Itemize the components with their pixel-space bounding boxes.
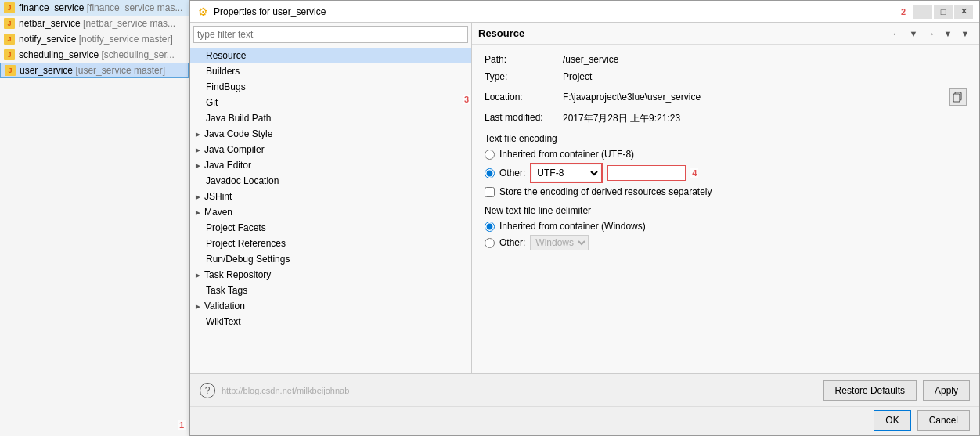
nav-item-label: Resource — [206, 50, 246, 61]
expand-arrow-icon: ► — [193, 145, 203, 154]
nav-item-label: Validation — [204, 301, 245, 312]
path-value: /user_service — [563, 54, 618, 65]
nav-item-java-editor[interactable]: ► Java Editor — [190, 157, 471, 173]
nav-item-builders[interactable]: Builders — [190, 63, 471, 79]
copy-location-button[interactable] — [949, 88, 967, 106]
nav-panel: Resource Builders FindBugs Git Java Buil… — [190, 23, 472, 373]
encoding-text-input[interactable] — [607, 165, 686, 181]
windows-delimiter-select[interactable]: Windows Unix Mac — [530, 235, 589, 250]
nav-item-project-facets[interactable]: Project Facets — [190, 220, 471, 236]
expand-arrow-icon: ► — [193, 192, 203, 201]
nav-item-java-code-style[interactable]: ► Java Code Style — [190, 126, 471, 142]
nav-item-label: Builders — [206, 66, 240, 77]
derived-encoding-checkbox[interactable] — [485, 187, 495, 197]
inherited-encoding-label: Inherited from container (UTF-8) — [499, 149, 634, 160]
restore-defaults-button[interactable]: Restore Defaults — [823, 380, 917, 401]
type-field-row: Type: Project — [485, 71, 967, 82]
nav-item-label: Java Build Path — [206, 113, 271, 124]
sidebar-item-finance[interactable]: finance_service [finance_service mas... — [0, 0, 189, 16]
nav-item-task-repository[interactable]: ► Task Repository — [190, 267, 471, 283]
project-icon — [3, 33, 16, 45]
derived-encoding-checkbox-row: Store the encoding of derived resources … — [485, 186, 967, 197]
nav-item-resource[interactable]: Resource — [190, 48, 471, 63]
nav-item-label: Run/Debug Settings — [206, 254, 290, 265]
nav-item-findbugs[interactable]: FindBugs — [190, 79, 471, 95]
nav-item-wikitext[interactable]: WikiText — [190, 314, 471, 330]
help-button[interactable]: ? — [200, 383, 215, 398]
line-delimiter-section-title: New text file line delimiter — [485, 205, 967, 216]
content-panel: Resource ← ▼ → ▼ ▼ Path: /user_service T… — [472, 23, 979, 373]
ok-button[interactable]: OK — [874, 410, 910, 431]
expand-arrow-icon: ► — [193, 270, 203, 279]
encoding-radio-group: Inherited from container (UTF-8) Other: … — [485, 149, 967, 183]
other-encoding-label: Other: — [499, 168, 525, 178]
inherited-encoding-radio[interactable] — [485, 150, 495, 160]
nav-item-maven[interactable]: ► Maven — [190, 204, 471, 220]
derived-encoding-checkbox-label: Store the encoding of derived resources … — [499, 186, 712, 197]
other-delimiter-radio[interactable] — [485, 238, 495, 248]
nav-item-project-references[interactable]: Project References — [190, 236, 471, 251]
location-label: Location: — [485, 92, 563, 103]
content-header: Resource ← ▼ → ▼ ▼ — [472, 23, 979, 45]
annotation-2: 2 — [899, 7, 907, 16]
sidebar-item-scheduling[interactable]: scheduling_service [scheduling_ser... — [0, 47, 189, 63]
inherited-delimiter-label: Inherited from container (Windows) — [499, 221, 646, 232]
modified-field-row: Last modified: 2017年7月28日 上午9:21:23 — [485, 112, 967, 125]
nav-item-run-debug[interactable]: Run/Debug Settings — [190, 251, 471, 267]
nav-item-label: Task Tags — [206, 285, 247, 296]
other-encoding-radio[interactable] — [485, 168, 495, 178]
nav-item-label: WikiText — [206, 316, 241, 327]
annotation-3: 3 — [463, 95, 470, 104]
line-delimiter-radio-group: Inherited from container (Windows) Other… — [485, 221, 967, 250]
other-delimiter-label: Other: — [499, 237, 525, 248]
sidebar-item-label: user_service [user_service master] — [20, 65, 165, 76]
back-dropdown-button[interactable]: ▼ — [906, 26, 921, 41]
modified-label: Last modified: — [485, 112, 563, 123]
type-value: Project — [563, 71, 592, 82]
menu-button[interactable]: ▼ — [957, 26, 973, 41]
nav-tree: Resource Builders FindBugs Git Java Buil… — [190, 46, 471, 373]
filter-input[interactable] — [193, 26, 468, 43]
nav-item-jshint[interactable]: ► JSHint — [190, 189, 471, 204]
nav-item-task-tags[interactable]: Task Tags — [190, 283, 471, 298]
path-label: Path: — [485, 54, 563, 65]
nav-item-label: Java Compiler — [204, 144, 265, 155]
sidebar-item-notify[interactable]: notify_service [notify_service master] — [0, 31, 189, 47]
nav-item-label: Git — [206, 97, 218, 108]
inherited-delimiter-radio[interactable] — [485, 222, 495, 232]
other-encoding-row: Other: UTF-8 ISO-8859-1 US-ASCII UTF-16 … — [485, 163, 967, 183]
expand-arrow-icon: ► — [193, 301, 203, 311]
minimize-button[interactable]: — — [913, 5, 932, 19]
sidebar-item-label: notify_service [notify_service master] — [19, 34, 173, 45]
nav-item-java-build-path[interactable]: Java Build Path — [190, 110, 471, 126]
annotation-1: 1 — [178, 420, 186, 430]
nav-item-validation[interactable]: ► Validation — [190, 298, 471, 314]
maximize-button[interactable]: □ — [934, 5, 953, 19]
other-delimiter-row: Other: Windows Unix Mac — [485, 235, 967, 250]
inherited-encoding-row: Inherited from container (UTF-8) — [485, 149, 967, 160]
dialog-titlebar: ⚙ Properties for user_service 2 — □ ✕ — [190, 1, 979, 23]
content-section-title: Resource — [478, 27, 524, 39]
apply-button[interactable]: Apply — [923, 380, 970, 401]
forward-button[interactable]: → — [923, 26, 939, 41]
project-explorer: finance_service [finance_service mas... … — [0, 0, 189, 436]
cancel-button[interactable]: Cancel — [917, 410, 970, 431]
sidebar-item-label: scheduling_service [scheduling_ser... — [19, 49, 175, 60]
sidebar-item-netbar[interactable]: netbar_service [netbar_service mas... — [0, 16, 189, 31]
nav-item-java-compiler[interactable]: ► Java Compiler — [190, 142, 471, 157]
nav-item-label: Java Editor — [204, 160, 251, 171]
inherited-delimiter-row: Inherited from container (Windows) — [485, 221, 967, 232]
encoding-select[interactable]: UTF-8 ISO-8859-1 US-ASCII UTF-16 — [532, 165, 600, 181]
modified-value: 2017年7月28日 上午9:21:23 — [563, 112, 680, 125]
sidebar-item-user[interactable]: user_service [user_service master] — [0, 63, 189, 78]
close-button[interactable]: ✕ — [954, 5, 973, 19]
back-button[interactable]: ← — [888, 26, 904, 41]
type-label: Type: — [485, 71, 563, 82]
forward-dropdown-button[interactable]: ▼ — [940, 26, 956, 41]
nav-item-git[interactable]: Git — [190, 95, 471, 110]
nav-item-javadoc[interactable]: Javadoc Location — [190, 173, 471, 189]
dialog-footer: ? http://blog.csdn.net/milkbeijohnab Res… — [190, 373, 979, 406]
nav-item-label: Javadoc Location — [206, 175, 279, 186]
expand-arrow-icon: ► — [193, 160, 203, 170]
dialog-title-icon: ⚙ — [196, 5, 209, 18]
